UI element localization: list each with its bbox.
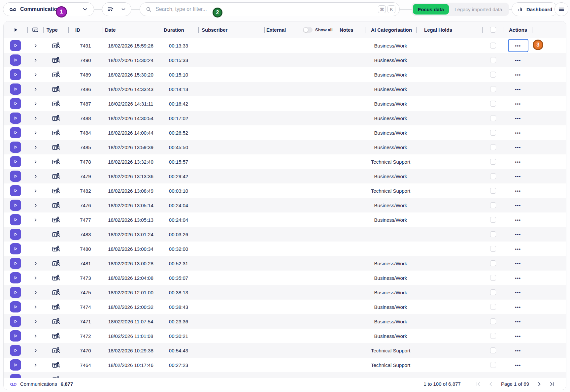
- play-button[interactable]: [10, 316, 21, 327]
- header-notes[interactable]: Notes: [337, 21, 365, 38]
- row-checkbox[interactable]: [490, 217, 496, 223]
- previous-page-button[interactable]: [487, 381, 494, 387]
- row-checkbox[interactable]: [490, 231, 496, 237]
- header-id[interactable]: ID: [68, 21, 103, 38]
- row-actions-button[interactable]: •••: [508, 53, 528, 67]
- search-bar[interactable]: ⌘ K: [140, 2, 400, 16]
- row-actions-button[interactable]: •••: [508, 315, 528, 328]
- expand-chevron-icon[interactable]: [33, 43, 38, 49]
- row-actions-button[interactable]: •••: [508, 228, 528, 241]
- hamburger-menu-button[interactable]: [554, 2, 568, 16]
- dashboard-button[interactable]: Dashboard: [512, 2, 558, 16]
- row-checkbox[interactable]: [490, 57, 496, 63]
- row-actions-button[interactable]: •••: [508, 184, 528, 197]
- header-ai-categorisation[interactable]: AI Categorisation: [365, 21, 416, 38]
- play-button[interactable]: [10, 127, 21, 138]
- row-checkbox[interactable]: [490, 72, 496, 78]
- expand-chevron-icon[interactable]: [33, 101, 38, 107]
- first-page-button[interactable]: [475, 381, 482, 387]
- row-checkbox[interactable]: [490, 101, 496, 107]
- row-checkbox[interactable]: [490, 159, 496, 165]
- row-actions-button[interactable]: •••: [508, 358, 528, 372]
- search-input[interactable]: [155, 6, 376, 12]
- expand-chevron-icon[interactable]: [33, 174, 38, 179]
- row-actions-button[interactable]: •••: [508, 112, 528, 125]
- row-checkbox[interactable]: [490, 362, 496, 368]
- legacy-data-segment[interactable]: Legacy imported data: [449, 7, 508, 12]
- sort-options-dropdown[interactable]: [102, 2, 131, 16]
- header-type[interactable]: Type: [43, 21, 68, 38]
- expand-chevron-icon[interactable]: [33, 145, 38, 150]
- expand-chevron-icon[interactable]: [33, 72, 38, 78]
- row-checkbox[interactable]: [490, 289, 496, 295]
- expand-chevron-icon[interactable]: [33, 348, 38, 353]
- row-checkbox[interactable]: [490, 130, 496, 136]
- expand-chevron-icon[interactable]: [33, 115, 38, 121]
- row-actions-button[interactable]: •••: [508, 271, 528, 284]
- expand-chevron-icon[interactable]: [33, 319, 38, 324]
- row-checkbox[interactable]: [490, 246, 496, 252]
- row-actions-button[interactable]: •••: [508, 329, 528, 343]
- row-checkbox[interactable]: [490, 86, 496, 92]
- play-button[interactable]: [10, 185, 21, 196]
- header-subscriber[interactable]: Subscriber: [198, 21, 264, 38]
- play-button[interactable]: [10, 40, 21, 51]
- select-all-checkbox[interactable]: [490, 27, 496, 33]
- row-actions-button[interactable]: •••: [508, 257, 528, 270]
- expand-chevron-icon[interactable]: [33, 333, 38, 339]
- expand-chevron-icon[interactable]: [33, 159, 38, 165]
- expand-chevron-icon[interactable]: [33, 188, 38, 194]
- play-button[interactable]: [10, 229, 21, 240]
- row-checkbox[interactable]: [490, 347, 496, 353]
- expand-chevron-icon[interactable]: [33, 362, 38, 368]
- play-button[interactable]: [10, 272, 21, 283]
- row-checkbox[interactable]: [490, 260, 496, 266]
- expand-chevron-icon[interactable]: [33, 130, 38, 136]
- row-actions-button[interactable]: •••: [508, 242, 528, 255]
- play-button[interactable]: [10, 69, 21, 80]
- header-legal-holds[interactable]: Legal Holds: [416, 21, 482, 38]
- play-button[interactable]: [10, 345, 21, 356]
- row-checkbox[interactable]: [490, 333, 496, 339]
- row-actions-button[interactable]: •••: [508, 82, 528, 96]
- focus-data-segment[interactable]: Focus data: [413, 4, 449, 15]
- expand-chevron-icon[interactable]: [33, 261, 38, 266]
- play-button[interactable]: [10, 243, 21, 254]
- play-button[interactable]: [10, 113, 21, 124]
- row-checkbox[interactable]: [490, 202, 496, 208]
- row-actions-button[interactable]: •••: [508, 170, 528, 183]
- expand-chevron-icon[interactable]: [33, 290, 38, 295]
- row-checkbox[interactable]: [490, 173, 496, 179]
- row-checkbox[interactable]: [490, 144, 496, 150]
- row-actions-button[interactable]: •••: [508, 300, 528, 313]
- row-checkbox[interactable]: [490, 275, 496, 281]
- row-checkbox[interactable]: [490, 318, 496, 324]
- row-checkbox[interactable]: [490, 115, 496, 121]
- row-checkbox[interactable]: [490, 43, 496, 49]
- expand-chevron-icon[interactable]: [33, 203, 38, 208]
- expand-chevron-icon[interactable]: [33, 304, 38, 310]
- row-actions-button[interactable]: •••: [508, 68, 528, 81]
- expand-chevron-icon[interactable]: [33, 275, 38, 281]
- next-page-button[interactable]: [536, 381, 543, 387]
- play-button[interactable]: [10, 83, 21, 95]
- play-button[interactable]: [10, 200, 21, 211]
- play-button[interactable]: [10, 156, 21, 167]
- play-button[interactable]: [10, 359, 21, 371]
- show-all-toggle[interactable]: [303, 27, 313, 33]
- row-actions-button[interactable]: •••: [508, 286, 528, 299]
- row-actions-button[interactable]: •••: [508, 141, 528, 154]
- row-actions-button[interactable]: •••: [508, 126, 528, 139]
- play-button[interactable]: [10, 301, 21, 312]
- expand-chevron-icon[interactable]: [33, 86, 38, 92]
- play-button[interactable]: [10, 287, 21, 298]
- row-actions-button[interactable]: •••: [508, 344, 528, 357]
- row-actions-button[interactable]: •••: [508, 97, 528, 110]
- header-date[interactable]: Date: [103, 21, 159, 38]
- row-checkbox[interactable]: [490, 188, 496, 194]
- header-duration[interactable]: Duration: [159, 21, 198, 38]
- play-button[interactable]: [10, 258, 21, 269]
- play-button[interactable]: [10, 54, 21, 66]
- play-button[interactable]: [10, 330, 21, 342]
- expand-chevron-icon[interactable]: [33, 217, 38, 223]
